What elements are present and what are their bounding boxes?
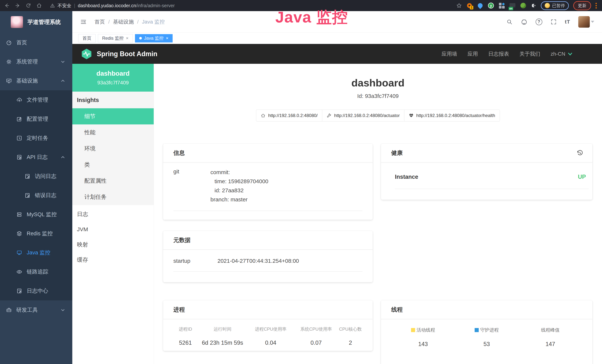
sidebar-item-error-logs[interactable]: 错误日志 bbox=[0, 186, 72, 205]
extension-pin-icon[interactable] bbox=[477, 2, 483, 9]
url-host: dashboard.yudao.iocoder.cn bbox=[78, 3, 136, 8]
sidebar-item-access-logs[interactable]: 访问日志 bbox=[0, 167, 72, 186]
sidebar-item-java-monitor[interactable]: Java 监控 bbox=[0, 243, 72, 262]
url-text: dashboard.yudao.iocoder.cn/infra/admin-s… bbox=[78, 3, 175, 8]
threads-card-title: 线程 bbox=[381, 300, 592, 319]
sba-item-jvm[interactable]: JVM bbox=[72, 222, 154, 237]
sba-nav-journal[interactable]: 日志报表 bbox=[488, 50, 509, 57]
extension-y-icon[interactable]: y bbox=[488, 2, 494, 9]
hamburger-icon[interactable] bbox=[80, 19, 87, 25]
daemon-threads-swatch bbox=[475, 328, 479, 332]
sba-language-select[interactable]: zh-CN bbox=[551, 51, 573, 57]
extension-leaf-icon[interactable] bbox=[520, 2, 526, 9]
sidebar-item-infrastructure[interactable]: 基础设施 bbox=[0, 71, 72, 90]
sba-item-scheduled-tasks[interactable]: 计划任务 bbox=[72, 189, 154, 205]
tab-java-monitor[interactable]: Java 监控× bbox=[135, 34, 172, 43]
reload-icon[interactable] bbox=[26, 3, 31, 8]
home-icon[interactable] bbox=[36, 3, 42, 8]
sba-item-details[interactable]: 细节 bbox=[72, 108, 154, 124]
sidebar-item-api-logs[interactable]: API 日志 bbox=[0, 148, 72, 167]
threads-card: 线程 活动线程 143 守护进程 53 线程峰值 147 bbox=[381, 300, 592, 364]
extensions-puzzle-icon[interactable] bbox=[531, 3, 536, 8]
chrome-toolbar-right: 1 y on 已暂停 更新 bbox=[456, 1, 598, 10]
threads-legend: 活动线程 143 守护进程 53 线程峰值 147 bbox=[381, 327, 592, 347]
sidebar-item-config-management[interactable]: 配置管理 bbox=[0, 109, 72, 128]
sba-brand[interactable]: Spring Boot Admin bbox=[81, 48, 157, 60]
live-threads-value: 143 bbox=[391, 341, 455, 347]
sidebar-item-tracing[interactable]: 链路追踪 bbox=[0, 262, 72, 281]
profile-paused-pill[interactable]: 已暂停 bbox=[541, 1, 569, 10]
sba-nav-wallboard[interactable]: 应用墙 bbox=[442, 50, 457, 57]
profile-avatar-emoji bbox=[545, 3, 550, 8]
app-logo-row[interactable]: 芋道管理系统 bbox=[0, 11, 72, 33]
log-edit-icon bbox=[16, 288, 22, 294]
gear-icon bbox=[6, 59, 12, 65]
github-icon[interactable] bbox=[521, 19, 527, 25]
sidebar-item-file-management[interactable]: 文件管理 bbox=[0, 90, 72, 109]
sba-item-config-props[interactable]: 配置属性 bbox=[72, 173, 154, 189]
address-bar[interactable]: 不安全 | dashboard.yudao.iocoder.cn/infra/a… bbox=[50, 3, 175, 9]
infrastructure-submenu: 文件管理 配置管理 定时任务 API 日志 访问日志 bbox=[0, 90, 72, 300]
sba-item-environment[interactable]: 环境 bbox=[72, 140, 154, 157]
status-badge: UP bbox=[578, 173, 586, 180]
breadcrumb-infrastructure[interactable]: 基础设施 bbox=[113, 18, 134, 25]
process-table: 进程ID5261 运行时间6d 23h 15m 59s 进程CPU使用率0.04… bbox=[173, 326, 363, 346]
close-icon[interactable]: × bbox=[126, 36, 129, 41]
tags-view-bar: 首页 Redis 监控× Java 监控× bbox=[72, 33, 602, 44]
chrome-menu-icon[interactable] bbox=[595, 3, 598, 9]
sidebar-item-scheduled-tasks[interactable]: 定时任务 bbox=[0, 128, 72, 148]
bookmark-star-icon[interactable] bbox=[456, 3, 462, 8]
health-row-label: Instance bbox=[395, 173, 418, 180]
health-url-button[interactable]: http://192.168.0.2:48080/actuator/health bbox=[404, 110, 500, 121]
tab-redis-monitor[interactable]: Redis 监控× bbox=[98, 34, 133, 43]
sba-nav-applications[interactable]: 应用 bbox=[468, 50, 478, 57]
service-url-button[interactable]: http://192.168.0.2:48080/ bbox=[256, 110, 322, 121]
sba-item-caches[interactable]: 缓存 bbox=[72, 252, 154, 268]
back-icon[interactable] bbox=[4, 3, 10, 8]
extension-badge-count: 1 bbox=[470, 6, 473, 10]
fullscreen-icon[interactable] bbox=[550, 19, 557, 25]
info-card-title: 信息 bbox=[163, 144, 373, 162]
sidebar-item-mysql-monitor[interactable]: MySQL 监控 bbox=[0, 205, 72, 224]
sidebar-item-redis-monitor[interactable]: Redis 监控 bbox=[0, 224, 72, 243]
sidebar-item-log-center[interactable]: 日志中心 bbox=[0, 281, 72, 300]
sidebar-item-dev-tools[interactable]: 研发工具 bbox=[0, 300, 72, 320]
extension-grid-icon[interactable] bbox=[499, 2, 505, 9]
log-edit-icon bbox=[24, 173, 30, 179]
sba-header: Spring Boot Admin 应用墙 应用 日志报表 关于我们 zh-CN bbox=[72, 44, 602, 64]
process-cpu: 0.04 bbox=[247, 340, 294, 346]
sba-nav: 应用墙 应用 日志报表 关于我们 zh-CN bbox=[442, 50, 593, 57]
cpu-cores: 2 bbox=[338, 340, 363, 346]
actuator-url-button[interactable]: http://192.168.0.2:48080/actuator bbox=[322, 110, 404, 121]
navbar-actions: ? tT bbox=[506, 16, 594, 28]
sba-insights-group: Insights 细节 性能 环境 类 配置属性 计划任务 bbox=[72, 92, 154, 205]
health-instance-row: Instance UP bbox=[395, 173, 589, 189]
monitor-chart-icon bbox=[6, 78, 12, 84]
sidebar-item-home[interactable]: 首页 bbox=[0, 33, 72, 52]
sidebar-item-system-management[interactable]: 系统管理 bbox=[0, 52, 72, 71]
extension-colorzilla-icon[interactable]: 1 bbox=[466, 2, 473, 9]
sba-nav-about[interactable]: 关于我们 bbox=[519, 50, 540, 57]
close-icon[interactable]: × bbox=[166, 36, 168, 41]
sba-item-logs[interactable]: 日志 bbox=[72, 207, 154, 222]
sba-item-mappings[interactable]: 映射 bbox=[72, 237, 154, 252]
history-icon[interactable] bbox=[576, 150, 583, 156]
forward-icon[interactable] bbox=[15, 3, 20, 8]
sba-item-classes[interactable]: 类 bbox=[72, 157, 154, 173]
user-menu[interactable] bbox=[578, 16, 594, 28]
search-icon[interactable] bbox=[506, 19, 513, 25]
info-key: git bbox=[173, 168, 210, 204]
sba-item-metrics[interactable]: 性能 bbox=[72, 124, 154, 140]
help-icon[interactable]: ? bbox=[536, 19, 542, 25]
breadcrumb-home[interactable]: 首页 bbox=[95, 18, 105, 25]
warning-icon bbox=[50, 3, 55, 8]
page-title: dashboard bbox=[154, 77, 602, 89]
extension-onoff-icon[interactable]: on bbox=[509, 2, 516, 9]
tab-home[interactable]: 首页 bbox=[78, 34, 96, 43]
chrome-update-button[interactable]: 更新 bbox=[573, 1, 591, 10]
sba-sidebar: dashboard 93a3fc7f7409 Insights 细节 性能 环境… bbox=[72, 64, 154, 364]
url-path: /infra/admin-server bbox=[136, 3, 175, 8]
home-icon bbox=[261, 113, 266, 118]
sba-instance-header[interactable]: dashboard 93a3fc7f7409 bbox=[72, 64, 154, 92]
font-size-icon[interactable]: tT bbox=[565, 19, 570, 25]
